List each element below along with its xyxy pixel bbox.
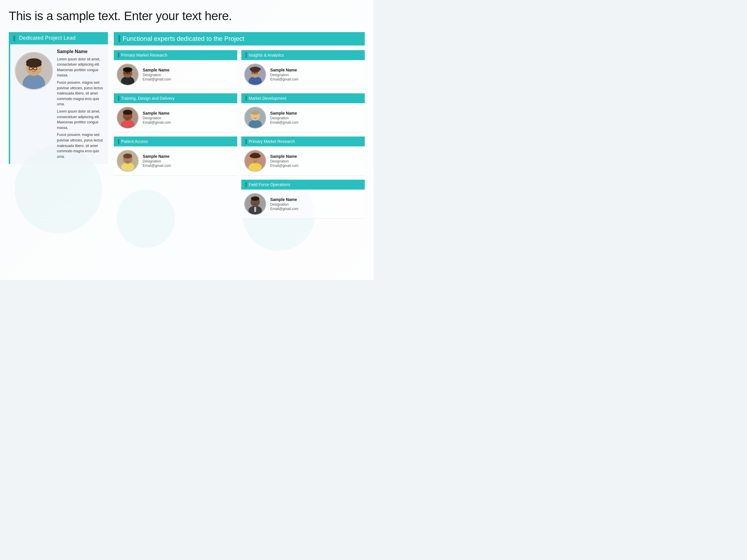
expert-avatar-7	[244, 193, 266, 215]
expert-name-1: Sample Name	[143, 68, 171, 72]
training-header: Training, Design and Delivery	[114, 93, 237, 103]
expert-header-bar-3	[118, 96, 119, 101]
expert-section-primary-market-research: Primary Market Research	[114, 50, 237, 89]
svg-rect-47	[254, 207, 256, 212]
expert-details-2: Sample Name Designation Email@gmail.com	[270, 68, 299, 81]
expert-details-3: Sample Name Designation Email@gmail.com	[143, 111, 171, 125]
market-development-label: Market Development	[249, 96, 286, 101]
expert-avatar-5	[117, 150, 138, 172]
expert-card-7: Sample Name Designation Email@gmail.com	[241, 190, 365, 219]
expert-name-3: Sample Name	[143, 111, 171, 115]
dedicated-project-lead-header: Dedicated Project Lead	[9, 32, 108, 44]
expert-header-bar-7	[246, 182, 247, 187]
expert-card-2: Sample Name Designation Email@gmail.com	[241, 60, 365, 89]
patient-access-label: Patient Access	[121, 139, 148, 144]
svg-point-5	[26, 61, 42, 67]
primary-market-research-2-header: Primary Market Research	[241, 136, 365, 146]
expert-card-1: Sample Name Designation Email@gmail.com	[114, 60, 237, 89]
right-header-bar	[119, 35, 120, 42]
expert-name-7: Sample Name	[270, 197, 299, 202]
expert-designation-1: Designation	[143, 73, 171, 77]
expert-designation-2: Designation	[270, 73, 299, 77]
expert-avatar-3	[117, 107, 138, 129]
expert-section-insights-analytics: Insights & Analytics	[241, 50, 365, 89]
left-column: Dedicated Project Lead	[9, 32, 108, 219]
expert-designation-6: Designation	[270, 159, 299, 163]
expert-card-3: Sample Name Designation Email@gmail.com	[114, 103, 237, 132]
expert-name-2: Sample Name	[270, 68, 299, 72]
svg-point-26	[121, 120, 134, 128]
expert-avatar-4	[244, 107, 266, 129]
left-panel-content: Sample Name Lorem ipsum dolor sit amet, …	[9, 44, 108, 164]
expert-email-3: Email@gmail.com	[143, 121, 171, 125]
expert-name-4: Sample Name	[270, 111, 299, 115]
expert-email-1: Email@gmail.com	[143, 77, 171, 81]
lead-desc-3: Lorem ipsum dolor sit amet, consectetuer…	[57, 109, 103, 130]
title-section: This is a sample text. Enter your text h…	[9, 9, 365, 23]
insights-analytics-header: Insights & Analytics	[241, 50, 365, 60]
dedicated-project-lead-label: Dedicated Project Lead	[19, 35, 76, 41]
expert-avatar-1	[117, 63, 138, 85]
field-force-header: Field Force Operations	[241, 180, 365, 190]
expert-header-bar-5	[118, 139, 119, 144]
expert-section-field-force: Field Force Operations	[241, 180, 365, 219]
expert-section-primary-market-research-2: Primary Market Research	[241, 136, 365, 176]
expert-designation-5: Designation	[143, 159, 171, 163]
expert-avatar-6	[244, 150, 266, 172]
expert-header-bar-4	[246, 96, 247, 101]
expert-details-7: Sample Name Designation Email@gmail.com	[270, 197, 299, 211]
expert-card-6: Sample Name Designation Email@gmail.com	[241, 146, 365, 176]
expert-card-4: Sample Name Designation Email@gmail.com	[241, 103, 365, 132]
expert-header-bar-2	[246, 53, 247, 58]
expert-card-5: Sample Name Designation Email@gmail.com	[114, 146, 237, 176]
right-column: Functional experts dedicated to the Proj…	[114, 32, 365, 219]
header-bar	[14, 35, 15, 42]
expert-details-6: Sample Name Designation Email@gmail.com	[270, 154, 299, 168]
expert-email-4: Email@gmail.com	[270, 121, 299, 125]
training-label: Training, Design and Delivery	[121, 96, 175, 101]
functional-experts-label: Functional experts dedicated to the Proj…	[123, 35, 244, 43]
expert-header-bar-6	[246, 139, 247, 144]
expert-designation-4: Designation	[270, 116, 299, 120]
expert-details-4: Sample Name Designation Email@gmail.com	[270, 111, 299, 125]
expert-section-market-development: Market Development	[241, 93, 365, 132]
lead-desc-2: Fusce posuere, magna sed pulvinar ultric…	[57, 80, 103, 107]
expert-email-2: Email@gmail.com	[270, 77, 299, 81]
insights-analytics-label: Insights & Analytics	[249, 53, 284, 57]
lead-desc-4: Fusce posuere, magna sed pulvinar ultric…	[57, 132, 103, 159]
svg-point-49	[251, 196, 259, 201]
expert-header-bar-1	[118, 53, 119, 58]
expert-email-7: Email@gmail.com	[270, 207, 299, 211]
expert-designation-3: Designation	[143, 116, 171, 120]
svg-point-35	[121, 163, 134, 171]
functional-experts-header: Functional experts dedicated to the Proj…	[114, 32, 365, 46]
primary-market-research-label: Primary Market Research	[121, 53, 168, 57]
expert-section-training: Training, Design and Delivery	[114, 93, 237, 132]
svg-point-12	[123, 68, 132, 72]
svg-point-37	[123, 154, 132, 159]
page: This is a sample text. Enter your text h…	[0, 0, 374, 280]
main-title: This is a sample text. Enter your text h…	[9, 9, 365, 23]
lead-desc-1: Lorem ipsum dolor sit amet, consectetuer…	[57, 57, 103, 78]
svg-point-43	[250, 154, 261, 158]
lead-avatar	[15, 52, 53, 90]
field-force-label: Field Force Operations	[249, 182, 290, 187]
patient-access-header: Patient Access	[114, 136, 237, 146]
primary-market-research-header: Primary Market Research	[114, 50, 237, 60]
content-area: Dedicated Project Lead	[9, 32, 365, 219]
lead-name: Sample Name	[57, 49, 103, 54]
experts-grid: Primary Market Research	[114, 50, 365, 219]
expert-details-1: Sample Name Designation Email@gmail.com	[143, 68, 171, 81]
expert-email-5: Email@gmail.com	[143, 164, 171, 168]
svg-point-20	[250, 67, 261, 72]
expert-avatar-2	[244, 63, 266, 85]
expert-section-patient-access: Patient Access	[114, 136, 237, 176]
expert-details-5: Sample Name Designation Email@gmail.com	[143, 154, 171, 168]
expert-name-5: Sample Name	[143, 154, 171, 159]
primary-market-research-2-label: Primary Market Research	[249, 139, 295, 144]
svg-point-32	[251, 111, 259, 115]
lead-description: Lorem ipsum dolor sit amet, consectetuer…	[57, 57, 103, 160]
expert-email-6: Email@gmail.com	[270, 164, 299, 168]
lead-info: Sample Name Lorem ipsum dolor sit amet, …	[57, 49, 103, 160]
expert-designation-7: Designation	[270, 203, 299, 207]
